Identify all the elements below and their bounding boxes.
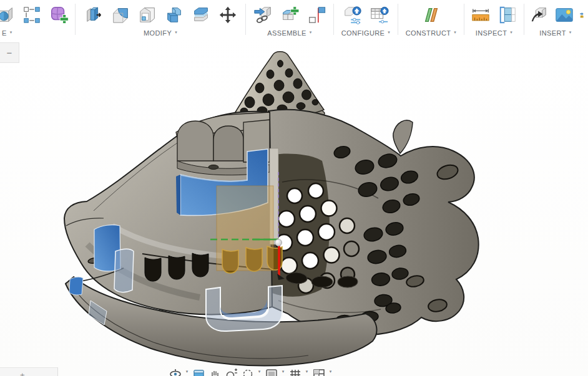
toolbar-group-insert: INSERT ▾ bbox=[524, 0, 587, 39]
fusion-window: E ▾ bbox=[0, 0, 588, 376]
measure-icon[interactable] bbox=[469, 4, 492, 26]
toolbar-group-configure-label[interactable]: CONFIGURE ▾ bbox=[334, 27, 398, 39]
insert-component-icon[interactable] bbox=[252, 4, 274, 26]
new-component-icon[interactable] bbox=[278, 4, 301, 26]
rectangular-pattern-icon[interactable] bbox=[21, 4, 43, 26]
inspect-label-text: INSPECT bbox=[476, 29, 507, 37]
preselect-face[interactable] bbox=[114, 249, 134, 292]
split-body-icon[interactable] bbox=[190, 4, 212, 26]
toolbar-group-construct: CONSTRUCT ▾ bbox=[398, 0, 464, 39]
chevron-down-icon: ▾ bbox=[388, 30, 390, 35]
view-navigation-bar: ▾ ▾ ▾ ▾ ▾ bbox=[167, 366, 334, 376]
selection-box-overlay bbox=[217, 186, 273, 271]
fillet-icon[interactable] bbox=[109, 4, 132, 26]
zoom-icon[interactable] bbox=[223, 366, 239, 376]
chevron-down-icon[interactable]: ▾ bbox=[303, 366, 310, 374]
toolbar-group-construct-label[interactable]: CONSTRUCT ▾ bbox=[398, 27, 464, 39]
configuration-table-icon[interactable] bbox=[368, 4, 391, 26]
chevron-down-icon: ▾ bbox=[10, 30, 12, 35]
joint-icon[interactable] bbox=[305, 4, 328, 26]
insert-fastener-icon[interactable] bbox=[579, 4, 587, 26]
chevron-down-icon[interactable]: ▾ bbox=[256, 366, 263, 374]
configure-label-text: CONFIGURE bbox=[341, 29, 385, 37]
shell-icon[interactable] bbox=[136, 4, 159, 26]
configure-icon[interactable] bbox=[341, 4, 364, 26]
model-3d[interactable] bbox=[0, 39, 588, 376]
grid-and-snaps-icon[interactable] bbox=[287, 366, 303, 376]
look-at-icon[interactable] bbox=[191, 366, 207, 376]
press-pull-icon[interactable] bbox=[82, 4, 105, 26]
browser-collapse-button[interactable]: − bbox=[0, 42, 19, 63]
combine-icon[interactable] bbox=[163, 4, 185, 26]
toolbar-group-create-label[interactable]: E ▾ bbox=[0, 27, 75, 39]
toolbar-group-configure: CONFIGURE ▾ bbox=[334, 0, 398, 39]
toolbar-group-inspect-label[interactable]: INSPECT ▾ bbox=[464, 27, 524, 39]
timeline-expand-panel[interactable]: + bbox=[0, 367, 58, 376]
toolbar-group-assemble-label[interactable]: ASSEMBLE ▾ bbox=[246, 27, 333, 39]
main-toolbar: E ▾ bbox=[0, 0, 588, 39]
chevron-down-icon[interactable]: ▾ bbox=[184, 366, 190, 374]
chevron-down-icon[interactable]: ▾ bbox=[327, 366, 334, 374]
move-icon[interactable] bbox=[217, 4, 239, 26]
create-form-icon[interactable] bbox=[47, 4, 70, 26]
hole-icon[interactable] bbox=[0, 4, 16, 26]
chevron-down-icon: ▾ bbox=[175, 30, 177, 35]
selected-face-edge[interactable] bbox=[176, 175, 180, 215]
toolbar-group-create: E ▾ bbox=[0, 0, 75, 39]
canvas-icon[interactable] bbox=[554, 4, 575, 26]
assemble-label-text: ASSEMBLE bbox=[267, 29, 306, 37]
viewport-canvas[interactable]: − + ▾ ▾ ▾ bbox=[0, 39, 588, 376]
insert-label-text: INSERT bbox=[539, 29, 566, 37]
chevron-down-icon[interactable]: ▾ bbox=[280, 366, 287, 374]
selection-overlay bbox=[210, 172, 285, 280]
modify-label-text: MODIFY bbox=[144, 29, 172, 37]
orbit-icon[interactable] bbox=[167, 366, 183, 376]
chevron-down-icon: ▾ bbox=[454, 30, 456, 35]
timeline-expand-label: + bbox=[20, 370, 25, 376]
model-perforated-plate[interactable] bbox=[268, 110, 479, 335]
viewports-icon[interactable] bbox=[311, 366, 326, 376]
create-label-text: E bbox=[2, 29, 7, 37]
model-fin bbox=[393, 120, 413, 153]
construction-plane-icon[interactable] bbox=[420, 4, 443, 26]
fit-icon[interactable] bbox=[240, 366, 255, 376]
chevron-down-icon: ▾ bbox=[569, 30, 572, 35]
chevron-down-icon: ▾ bbox=[310, 30, 312, 35]
section-analysis-icon[interactable] bbox=[496, 4, 519, 26]
toolbar-group-modify-label[interactable]: MODIFY ▾ bbox=[76, 27, 245, 39]
toolbar-group-inspect: INSPECT ▾ bbox=[464, 0, 524, 39]
derive-icon[interactable] bbox=[528, 4, 549, 26]
pan-icon[interactable] bbox=[207, 366, 223, 376]
display-settings-icon[interactable] bbox=[263, 366, 279, 376]
manipulator-origin-handle[interactable] bbox=[275, 239, 282, 246]
chevron-down-icon: ▾ bbox=[510, 30, 512, 35]
toolbar-group-modify: MODIFY ▾ bbox=[76, 0, 245, 39]
toolbar-group-assemble: ASSEMBLE ▾ bbox=[246, 0, 333, 39]
toolbar-group-insert-label[interactable]: INSERT ▾ bbox=[524, 27, 587, 39]
selected-face-left-small[interactable] bbox=[69, 277, 83, 295]
construct-label-text: CONSTRUCT bbox=[406, 29, 451, 37]
